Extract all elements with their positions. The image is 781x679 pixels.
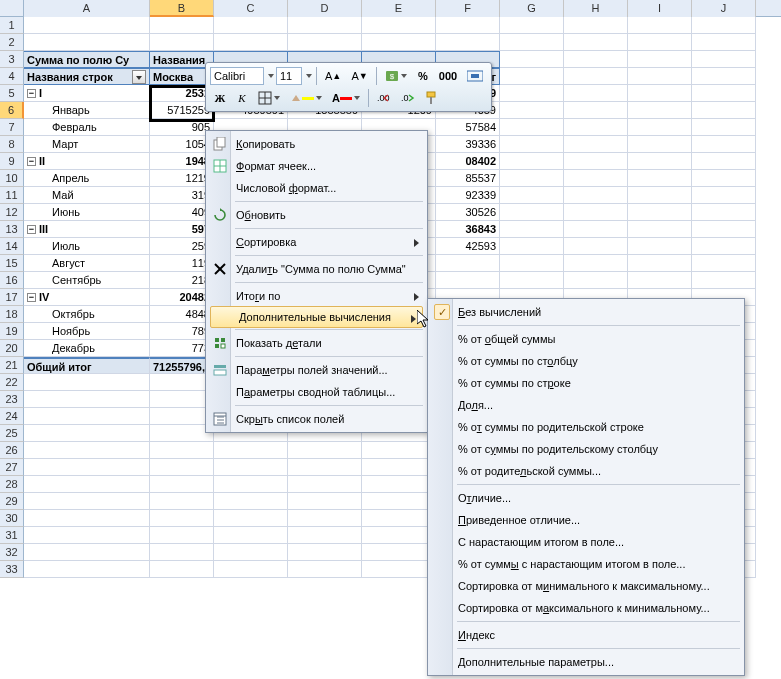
submenu-pct-running-total[interactable]: % от суммы с нарастающим итогом в поле..… [430, 553, 742, 575]
row-header[interactable]: 29 [0, 493, 24, 510]
submenu-pct-grand-total[interactable]: % от общей суммы [430, 328, 742, 350]
cell[interactable] [500, 85, 564, 102]
collapse-icon[interactable] [27, 293, 36, 302]
accounting-format-button[interactable]: $ [381, 66, 411, 86]
row-header[interactable]: 30 [0, 510, 24, 527]
cell[interactable]: 85537 [436, 170, 500, 187]
group-IV[interactable]: IV [24, 289, 150, 306]
cell[interactable] [500, 68, 564, 85]
submenu-pct-parent-col[interactable]: % от суммы по родительскому столбцу [430, 438, 742, 460]
row-header[interactable]: 12 [0, 204, 24, 221]
col-header-H[interactable]: H [564, 0, 628, 17]
menu-show-details[interactable]: Показать детали [208, 332, 425, 354]
row-header[interactable]: 13 [0, 221, 24, 238]
cell[interactable] [692, 68, 756, 85]
cell[interactable]: 42593 [436, 238, 500, 255]
row-header[interactable]: 5 [0, 85, 24, 102]
submenu-difference[interactable]: Отличие... [430, 487, 742, 509]
group-II[interactable]: II [24, 153, 150, 170]
font-family-select[interactable] [210, 67, 264, 85]
pivot-values-field[interactable]: Сумма по полю Су [24, 51, 150, 68]
cell[interactable]: 08402 [436, 153, 500, 170]
cell[interactable] [214, 34, 288, 51]
cell[interactable]: 57584 [436, 119, 500, 136]
cell[interactable] [436, 255, 500, 272]
cell[interactable] [628, 187, 692, 204]
cell[interactable] [564, 170, 628, 187]
row-march[interactable]: Март [24, 136, 150, 153]
cell[interactable] [362, 527, 436, 544]
cell[interactable] [288, 527, 362, 544]
cell[interactable] [564, 136, 628, 153]
cell[interactable] [362, 459, 436, 476]
chevron-down-icon[interactable] [268, 74, 274, 78]
row-may[interactable]: Май [24, 187, 150, 204]
submenu-pct-column[interactable]: % от суммы по столбцу [430, 350, 742, 372]
submenu-running-total[interactable]: С нарастающим итогом в поле... [430, 531, 742, 553]
row-header[interactable]: 8 [0, 136, 24, 153]
submenu-pct-row[interactable]: % от суммы по строке [430, 372, 742, 394]
col-header-A[interactable]: A [24, 0, 150, 17]
row-header[interactable]: 28 [0, 476, 24, 493]
row-header[interactable]: 9 [0, 153, 24, 170]
col-header-I[interactable]: I [628, 0, 692, 17]
cell[interactable] [628, 238, 692, 255]
bold-button[interactable]: Ж [210, 88, 230, 108]
row-header[interactable]: 15 [0, 255, 24, 272]
row-header[interactable]: 31 [0, 527, 24, 544]
cell[interactable] [564, 255, 628, 272]
cell[interactable] [288, 34, 362, 51]
submenu-pct-difference[interactable]: Приведенное отличие... [430, 509, 742, 531]
cell[interactable] [500, 187, 564, 204]
cell[interactable] [692, 34, 756, 51]
cell[interactable] [214, 442, 288, 459]
cell[interactable] [564, 153, 628, 170]
cell[interactable] [24, 476, 150, 493]
cell[interactable] [24, 408, 150, 425]
row-header[interactable]: 4 [0, 68, 24, 85]
cell[interactable] [628, 51, 692, 68]
row-header[interactable]: 6 [0, 102, 24, 119]
cell[interactable] [362, 493, 436, 510]
row-header[interactable]: 16 [0, 272, 24, 289]
cell[interactable] [24, 459, 150, 476]
row-header[interactable]: 23 [0, 391, 24, 408]
cell[interactable] [150, 527, 214, 544]
cell[interactable] [24, 442, 150, 459]
cell[interactable] [288, 476, 362, 493]
cell[interactable] [288, 510, 362, 527]
cell[interactable] [214, 510, 288, 527]
cell[interactable] [150, 476, 214, 493]
percent-button[interactable]: % [413, 66, 433, 86]
cell[interactable] [500, 102, 564, 119]
cell[interactable] [288, 442, 362, 459]
cell[interactable] [362, 561, 436, 578]
cell[interactable] [628, 153, 692, 170]
cell[interactable] [628, 170, 692, 187]
cell[interactable] [692, 51, 756, 68]
cell[interactable] [24, 34, 150, 51]
cell[interactable] [692, 221, 756, 238]
menu-value-field-settings[interactable]: Параметры полей значений... [208, 359, 425, 381]
cell[interactable] [564, 102, 628, 119]
cell[interactable] [150, 510, 214, 527]
cell[interactable] [214, 544, 288, 561]
submenu-pct-parent[interactable]: % от родительской суммы... [430, 460, 742, 482]
cell[interactable] [564, 221, 628, 238]
cell[interactable] [500, 204, 564, 221]
grand-total-row[interactable]: Общий итог [24, 357, 150, 374]
dropdown-icon[interactable] [132, 70, 146, 84]
cell[interactable] [436, 272, 500, 289]
cell[interactable] [628, 68, 692, 85]
row-header[interactable]: 27 [0, 459, 24, 476]
cell[interactable] [150, 34, 214, 51]
cell[interactable] [500, 34, 564, 51]
row-header[interactable]: 2 [0, 34, 24, 51]
cell[interactable] [692, 238, 756, 255]
col-header-D[interactable]: D [288, 0, 362, 17]
submenu-rank-asc[interactable]: Сортировка от минимального к максимально… [430, 575, 742, 597]
row-header[interactable]: 22 [0, 374, 24, 391]
cell[interactable] [214, 476, 288, 493]
cell[interactable] [564, 68, 628, 85]
cell[interactable] [24, 527, 150, 544]
